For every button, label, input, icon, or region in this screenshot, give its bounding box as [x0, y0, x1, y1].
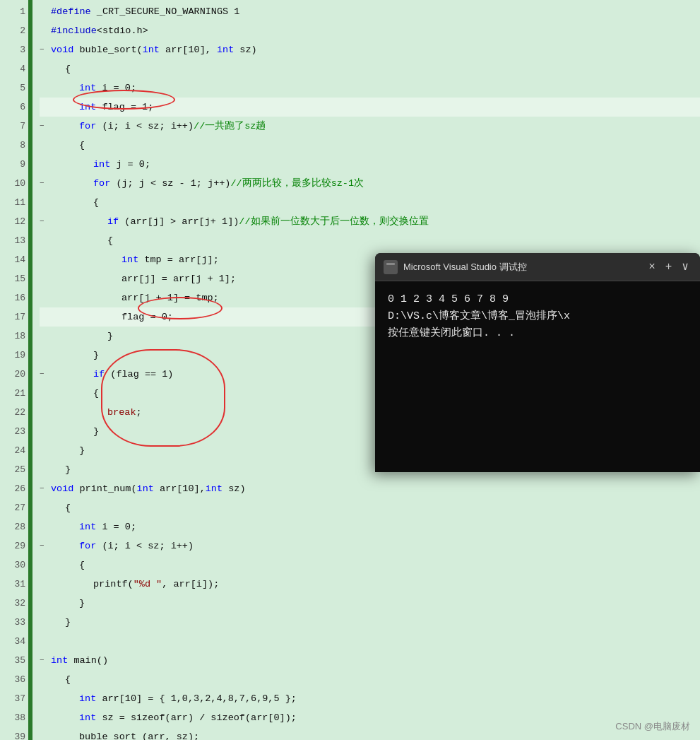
- code-line-3: − void buble_sort(int arr[10], int sz): [40, 40, 700, 59]
- code-line-4: {: [40, 59, 700, 78]
- terminal-output-1: 0 1 2 3 4 5 6 7 8 9: [388, 291, 687, 308]
- code-line-36: {: [40, 670, 700, 689]
- code-line-11: {: [40, 193, 700, 212]
- code-line-7: − for (i; i < sz; i++)//一共跑了sz趟: [40, 117, 700, 136]
- terminal-add-btn[interactable]: +: [663, 262, 675, 273]
- code-line-2: #include<stdio.h>: [40, 21, 700, 40]
- terminal-body: 0 1 2 3 4 5 6 7 8 9 D:\VS.c\博客文章\博客_冒泡排序…: [375, 281, 700, 472]
- code-line-27: {: [40, 498, 700, 517]
- terminal-controls: × + ∨: [646, 262, 692, 273]
- code-line-8: {: [40, 136, 700, 155]
- watermark: CSDN @电脑废材: [615, 720, 690, 733]
- code-line-38: int sz = sizeof(arr) / sizeof(arr[0]);: [40, 708, 700, 727]
- terminal-output-3: 按任意键关闭此窗口. . .: [388, 325, 687, 342]
- code-line-12: − if (arr[j] > arr[j+ 1])//如果前一位数大于后一位数，…: [40, 212, 700, 231]
- terminal-window[interactable]: Microsoft Visual Studio 调试控 × + ∨ 0 1 2 …: [375, 253, 700, 472]
- code-line-35: − int main(): [40, 651, 700, 670]
- line-numbers: 12345 678910 1112131415 1617181920 21222…: [0, 0, 28, 740]
- code-line-31: printf("%d ", arr[i]);: [40, 575, 700, 594]
- code-line-33: }: [40, 613, 700, 632]
- terminal-output-2: D:\VS.c\博客文章\博客_冒泡排序\x: [388, 308, 687, 325]
- code-line-32: }: [40, 594, 700, 613]
- terminal-titlebar: Microsoft Visual Studio 调试控 × + ∨: [375, 253, 700, 281]
- svg-rect-1: [386, 263, 395, 265]
- terminal-close-btn[interactable]: ×: [646, 262, 658, 273]
- code-line-29: − for (i; i < sz; i++): [40, 536, 700, 556]
- code-line-37: int arr[10] = { 1,0,3,2,4,8,7,6,9,5 };: [40, 689, 700, 708]
- code-editor: 12345 678910 1112131415 1617181920 21222…: [0, 0, 700, 740]
- code-line-26: − void print_num(int arr[10],int sz): [40, 479, 700, 498]
- code-line-6: int flag = 1;: [40, 98, 700, 117]
- code-line-10: − for (j; j < sz - 1; j++)//两两比较，最多比较sz-…: [40, 174, 700, 193]
- code-line-1: #define _CRT_SECURE_NO_WARNINGS 1: [40, 2, 700, 21]
- terminal-title: Microsoft Visual Studio 调试控: [403, 261, 640, 274]
- code-line-34: [40, 632, 700, 651]
- code-line-28: int i = 0;: [40, 517, 700, 536]
- code-line-5: int i = 0;: [40, 78, 700, 98]
- code-line-13: {: [40, 231, 700, 250]
- terminal-more-btn[interactable]: ∨: [679, 262, 692, 273]
- code-line-9: int j = 0;: [40, 155, 700, 174]
- terminal-app-icon: [384, 260, 398, 274]
- code-line-30: {: [40, 556, 700, 575]
- code-line-39: buble_sort (arr, sz);: [40, 727, 700, 740]
